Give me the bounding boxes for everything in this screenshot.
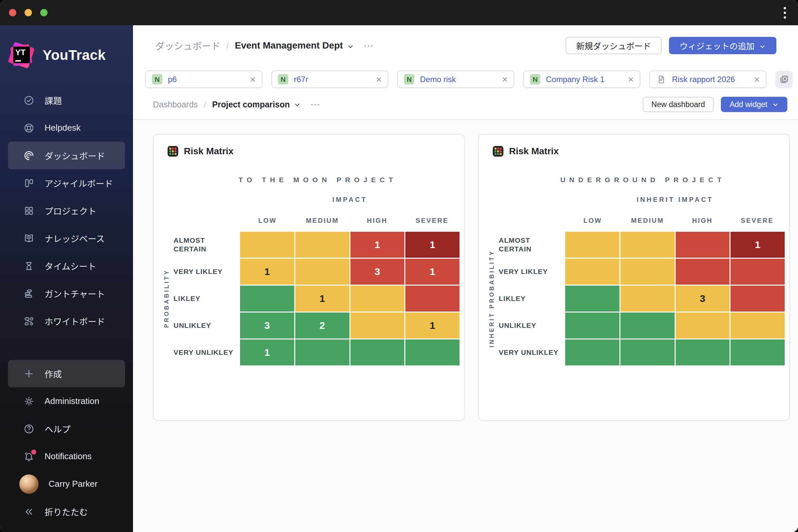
column-header: MEDIUM — [620, 217, 675, 225]
close-icon[interactable]: × — [751, 75, 760, 84]
matrix-cell[interactable] — [350, 340, 405, 365]
chip-label: Company Risk 1 — [546, 75, 605, 84]
matrix-cell[interactable] — [730, 259, 785, 285]
new-dashboard-button-jp[interactable]: 新規ダッシュボード — [566, 37, 662, 54]
add-widget-button[interactable]: Add widget — [721, 97, 787, 112]
matrix-cell[interactable] — [295, 340, 349, 365]
chevron-down-icon[interactable] — [293, 101, 301, 108]
sidebar-item-label: ヘルプ — [44, 423, 71, 435]
matrix-cell[interactable]: 1 — [405, 312, 459, 339]
help-icon — [23, 423, 35, 435]
sidebar-item-プロジェクト[interactable]: プロジェクト — [8, 197, 125, 225]
matrix-cell[interactable] — [295, 232, 349, 258]
breadcrumb-dashboards-link-en[interactable]: Dashboards — [153, 100, 198, 109]
matrix-cell[interactable] — [621, 259, 674, 285]
matrix-cell[interactable] — [676, 312, 730, 339]
matrix-cell[interactable] — [730, 312, 785, 339]
matrix-cell[interactable] — [405, 286, 459, 311]
column-header: MEDIUM — [295, 217, 350, 225]
close-window-button[interactable] — [9, 9, 16, 16]
matrix-cell[interactable] — [621, 286, 674, 311]
row-label: VERY UNLIKLEY — [174, 340, 233, 365]
close-icon[interactable]: × — [625, 75, 634, 84]
sidebar-item-タイムシート[interactable]: タイムシート — [8, 252, 125, 280]
matrix-cell[interactable] — [730, 286, 785, 311]
matrix-cell[interactable] — [676, 340, 730, 365]
matrix-cell[interactable] — [621, 312, 674, 339]
matrix-cell[interactable]: 1 — [240, 259, 294, 285]
sidebar-item-アジャイルボード[interactable]: アジャイルボード — [8, 169, 125, 197]
sidebar-item-ヘルプ[interactable]: ヘルプ — [8, 415, 125, 442]
risk-matrix: T O T H E M O O N P R O J E C T IMPACT L… — [154, 176, 464, 365]
chevron-down-icon[interactable] — [347, 42, 354, 49]
breadcrumb-dashboards-link[interactable]: ダッシュボード — [155, 39, 221, 52]
matrix-cell[interactable]: 2 — [295, 312, 349, 339]
matrix-cell[interactable] — [565, 312, 620, 339]
matrix-cell[interactable] — [240, 232, 294, 258]
matrix-cell[interactable] — [676, 259, 730, 285]
matrix-cell[interactable]: 1 — [730, 232, 785, 258]
matrix-cell[interactable] — [565, 232, 620, 258]
zoom-window-button[interactable] — [40, 9, 48, 16]
matrix-cell[interactable] — [240, 286, 294, 311]
matrix-cell[interactable] — [730, 340, 785, 365]
matrix-cell[interactable] — [621, 340, 674, 365]
close-icon[interactable]: × — [247, 75, 256, 84]
matrix-cell[interactable] — [405, 340, 459, 365]
matrix-cell[interactable]: 3 — [676, 286, 730, 311]
sidebar-item-helpdesk[interactable]: Helpdesk — [8, 114, 125, 141]
sidebar-item-ダッシュボード[interactable]: ダッシュボード — [8, 141, 125, 169]
matrix-cell[interactable] — [565, 259, 620, 285]
matrix-cell[interactable] — [350, 286, 405, 311]
risk-matrix: U N D E R G R O U N D P R O J E C T INHE… — [479, 176, 790, 365]
matrix-cell[interactable] — [295, 259, 349, 285]
filter-chip[interactable]: Nr67r× — [271, 71, 388, 88]
more-options-icon[interactable]: ⋯ — [310, 103, 321, 106]
matrix-cell[interactable] — [565, 286, 620, 311]
gear-icon — [23, 396, 35, 407]
filter-chip[interactable]: NCompany Risk 1× — [524, 71, 640, 88]
sidebar-item-administration[interactable]: Administration — [8, 387, 125, 415]
sidebar-item-notifications[interactable]: Notifications — [8, 442, 125, 470]
sidebar-item-ナレッジベース[interactable]: ナレッジベース — [8, 225, 125, 252]
filter-chip[interactable]: NDemo risk× — [397, 71, 514, 88]
column-header: SEVERE — [730, 217, 785, 225]
matrix-cell[interactable]: 1 — [350, 232, 405, 258]
project-title: T O T H E M O O N P R O J E C T — [174, 176, 459, 184]
matrix-cell[interactable]: 3 — [350, 259, 405, 285]
close-icon[interactable]: × — [373, 75, 382, 84]
kebab-menu-icon[interactable] — [784, 7, 786, 19]
matrix-cell[interactable]: 1 — [405, 232, 459, 258]
sub-breadcrumb: Dashboards / Project comparison ⋯ — [153, 99, 321, 110]
filter-chip[interactable]: Np6× — [145, 71, 262, 88]
sidebar-item-ホワイトボード[interactable]: ホワイトボード — [8, 307, 125, 335]
matrix-cell[interactable] — [350, 312, 405, 339]
sidebar-item-作成[interactable]: 作成 — [8, 360, 125, 387]
column-header: SEVERE — [405, 217, 459, 225]
more-options-icon[interactable]: ⋯ — [363, 44, 374, 47]
notification-badge — [31, 450, 36, 455]
close-icon[interactable]: × — [499, 75, 508, 84]
sidebar-item-ガントチャート[interactable]: ガントチャート — [8, 280, 125, 307]
sidebar-item-carry-parker[interactable]: Carry Parker — [8, 470, 125, 498]
matrix-cell[interactable]: 3 — [240, 312, 294, 339]
matrix-cell[interactable] — [621, 232, 674, 258]
sidebar-nav: 課題Helpdeskダッシュボードアジャイルボードプロジェクトナレッジベースタイ… — [0, 87, 133, 335]
sidebar-item-label: Helpdesk — [44, 123, 80, 133]
new-dashboard-button[interactable]: New dashboard — [643, 97, 714, 112]
breadcrumb-current-project-comparison[interactable]: Project comparison — [212, 100, 301, 109]
matrix-cell[interactable]: 1 — [240, 340, 294, 365]
column-header: HIGH — [675, 217, 730, 225]
filter-chip[interactable]: Risk rapport 2026× — [649, 71, 766, 88]
sidebar-item-折りたたむ[interactable]: 折りたたむ — [8, 498, 125, 525]
remove-all-filters-icon[interactable] — [775, 71, 793, 88]
sidebar-item-課題[interactable]: 課題 — [8, 87, 125, 114]
add-widget-button-jp[interactable]: ウィジェットの追加 — [669, 37, 776, 54]
minimize-window-button[interactable] — [25, 9, 32, 16]
breadcrumb-current-dashboard[interactable]: Event Management Dept — [235, 40, 354, 51]
matrix-cell[interactable] — [565, 340, 620, 365]
matrix-cell[interactable]: 1 — [405, 259, 459, 285]
app-logo[interactable]: YT YouTrack — [0, 25, 133, 72]
matrix-cell[interactable]: 1 — [295, 286, 349, 311]
matrix-cell[interactable] — [676, 232, 730, 258]
